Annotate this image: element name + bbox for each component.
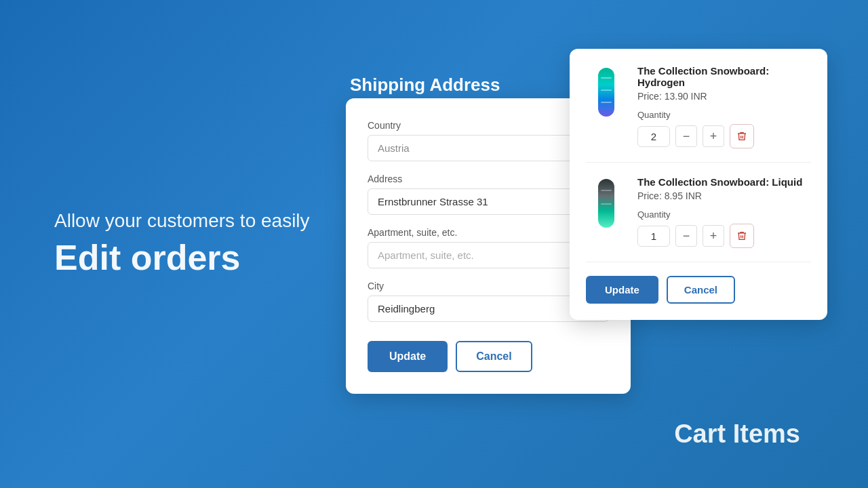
trash-icon-2 (736, 230, 747, 241)
hero-subtitle: Allow your customers to easily (54, 210, 310, 232)
product-name-liquid: The Collection Snowboard: Liquid (637, 176, 811, 188)
cart-items-label: Cart Items (674, 420, 800, 449)
shipping-update-button[interactable]: Update (368, 341, 448, 372)
increment-hydrogen-button[interactable]: + (703, 125, 724, 147)
svg-rect-2 (601, 89, 612, 91)
product-price-hydrogen: Price: 13.90 INR (637, 91, 811, 102)
shipping-buttons: Update Cancel (368, 341, 609, 372)
delete-liquid-button[interactable] (730, 224, 754, 248)
product-info-hydrogen: The Collection Snowboard: Hydrogen Price… (637, 65, 811, 148)
svg-rect-3 (601, 102, 612, 103)
decrement-hydrogen-button[interactable]: − (675, 125, 697, 147)
quantity-row-liquid: 1 − + (637, 224, 811, 248)
cart-cancel-button[interactable]: Cancel (667, 276, 735, 304)
hero-section: Allow your customers to easily Edit orde… (54, 210, 310, 278)
hero-title: Edit orders (54, 237, 310, 278)
quantity-value-hydrogen: 2 (637, 126, 670, 147)
decrement-liquid-button[interactable]: − (675, 225, 697, 247)
svg-rect-6 (601, 203, 612, 205)
quantity-label-hydrogen: Quantity (637, 110, 811, 120)
svg-rect-0 (598, 68, 614, 117)
cart-item-liquid: The Collection Snowboard: Liquid Price: … (586, 176, 811, 262)
shipping-cancel-button[interactable]: Cancel (456, 341, 532, 372)
product-price-liquid: Price: 8.95 INR (637, 190, 811, 201)
product-name-hydrogen: The Collection Snowboard: Hydrogen (637, 65, 811, 88)
cart-buttons: Update Cancel (586, 276, 811, 304)
trash-icon (736, 131, 747, 142)
cart-items-card: The Collection Snowboard: Hydrogen Price… (570, 49, 827, 320)
svg-rect-5 (601, 190, 612, 191)
snowboard-liquid-icon (597, 176, 616, 230)
snowboard-hydrogen-icon (597, 65, 616, 119)
delete-hydrogen-button[interactable] (730, 124, 754, 148)
increment-liquid-button[interactable]: + (703, 225, 724, 247)
shipping-title-outside: Shipping Address (350, 75, 500, 96)
cart-update-button[interactable]: Update (586, 276, 658, 304)
product-image-hydrogen (586, 65, 627, 119)
quantity-label-liquid: Quantity (637, 209, 811, 220)
product-info-liquid: The Collection Snowboard: Liquid Price: … (637, 176, 811, 248)
product-image-liquid (586, 176, 627, 230)
cart-item-hydrogen: The Collection Snowboard: Hydrogen Price… (586, 65, 811, 163)
quantity-value-liquid: 1 (637, 226, 670, 247)
svg-rect-1 (601, 77, 612, 79)
quantity-row-hydrogen: 2 − + (637, 124, 811, 148)
